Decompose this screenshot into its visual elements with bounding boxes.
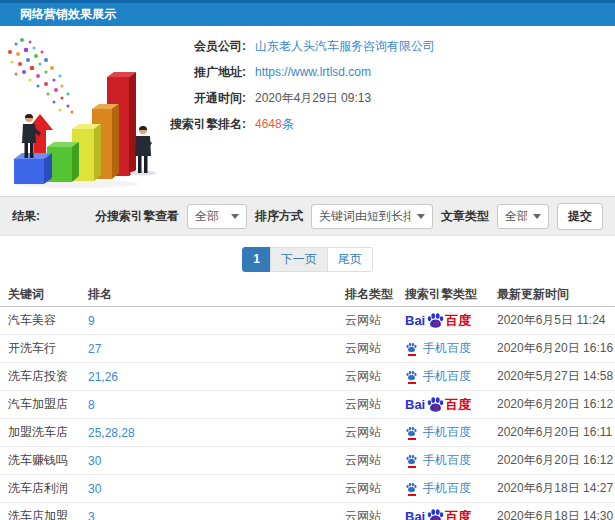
filter-bar: 结果: 分搜索引擎查看 全部 排序方式 关键词由短到长排序 文章类型 全部 提交 <box>0 196 615 236</box>
keyword-cell: 洗车赚钱吗 <box>8 452 88 469</box>
keyword-cell: 开洗车行 <box>8 340 88 357</box>
article-type-select[interactable]: 全部 <box>497 204 549 229</box>
col-rank: 排名 <box>88 286 345 303</box>
updated-cell: 2020年6月20日 16:12 <box>497 396 615 413</box>
engine-cell: Bai du 百度 手机百度 <box>405 312 497 330</box>
updated-cell: 2020年6月20日 16:11 <box>497 424 615 441</box>
baidu-logo: Bai du 百度 <box>405 312 471 330</box>
mobile-baidu-icon: 手机百度 <box>405 480 471 497</box>
table-row: 洗车店利润 30 云网站 Bai du 百度 手机百度 2020年6月18日 1… <box>0 475 615 503</box>
mobile-baidu-icon: 手机百度 <box>405 424 471 441</box>
page-1-button[interactable]: 1 <box>242 247 271 272</box>
mobile-paw-icon <box>405 342 418 356</box>
col-rank-type: 排名类型 <box>345 286 405 303</box>
keyword-cell: 汽车美容 <box>8 312 88 329</box>
updated-cell: 2020年6月5日 11:24 <box>497 312 615 329</box>
info-row-company: 会员公司: 山东老人头汽车服务咨询有限公司 <box>0 38 615 54</box>
keyword-cell: 洗车店加盟 <box>8 508 88 520</box>
caret-down-icon <box>417 214 425 219</box>
rank-link[interactable]: 27 <box>88 342 345 356</box>
updated-cell: 2020年5月27日 14:58 <box>497 368 615 385</box>
sort-select[interactable]: 关键词由短到长排序 <box>311 204 433 229</box>
keyword-cell: 汽车加盟店 <box>8 396 88 413</box>
table-row: 洗车店投资 21,26 云网站 Bai du 百度 手机百度 2020年5月27… <box>0 363 615 391</box>
company-info-panel: 会员公司: 山东老人头汽车服务咨询有限公司 推广地址: https://www.… <box>0 38 615 142</box>
rank-link[interactable]: 21,26 <box>88 370 345 384</box>
table-row: 加盟洗车店 25,28,28 云网站 Bai du 百度 手机百度 2020年6… <box>0 419 615 447</box>
keyword-cell: 加盟洗车店 <box>8 424 88 441</box>
last-page-button[interactable]: 尾页 <box>327 247 373 272</box>
updated-cell: 2020年6月18日 14:30 <box>497 508 615 520</box>
info-row-engine-rank: 搜索引擎排名: 4648 条 <box>0 116 615 132</box>
header-bar: 网络营销效果展示 <box>0 0 615 26</box>
filter-controls: 分搜索引擎查看 全部 排序方式 关键词由短到长排序 文章类型 全部 提交 <box>95 203 603 230</box>
rank-type-cell: 云网站 <box>345 340 405 357</box>
col-engine-type: 搜索引擎类型 <box>405 286 497 303</box>
engine-rank-label: 搜索引擎排名: <box>0 116 246 133</box>
rank-link[interactable]: 3 <box>88 510 345 520</box>
baidu-paw-icon: du <box>426 312 445 329</box>
engine-view-select[interactable]: 全部 <box>187 204 247 229</box>
url-label: 推广地址: <box>0 64 246 81</box>
engine-cell: Bai du 百度 手机百度 <box>405 340 497 357</box>
engine-cell: Bai du 百度 手机百度 <box>405 396 497 414</box>
rank-link[interactable]: 8 <box>88 398 345 412</box>
keyword-cell: 洗车店投资 <box>8 368 88 385</box>
table-row: 洗车赚钱吗 30 云网站 Bai du 百度 手机百度 2020年6月20日 1… <box>0 447 615 475</box>
engine-rank-unit: 条 <box>282 116 294 133</box>
table-row: 洗车店加盟 3 云网站 Bai du 百度 手机百度 2020年6月18日 14… <box>0 503 615 520</box>
info-row-open-time: 开通时间: 2020年4月29日 09:13 <box>0 90 615 106</box>
updated-cell: 2020年6月18日 14:27 <box>497 480 615 497</box>
baidu-logo: Bai du 百度 <box>405 396 471 414</box>
baidu-paw-icon: du <box>426 508 445 520</box>
next-page-button[interactable]: 下一页 <box>270 247 328 272</box>
table-header-row: 关键词 排名 排名类型 搜索引擎类型 最新更新时间 <box>0 282 615 307</box>
mobile-baidu-icon: 手机百度 <box>405 340 471 357</box>
rank-link[interactable]: 9 <box>88 314 345 328</box>
mobile-baidu-icon: 手机百度 <box>405 452 471 469</box>
engine-cell: Bai du 百度 手机百度 <box>405 424 497 441</box>
engine-cell: Bai du 百度 手机百度 <box>405 368 497 385</box>
col-keyword: 关键词 <box>8 286 88 303</box>
table-row: 汽车美容 9 云网站 Bai du 百度 手机百度 2020年6月5日 11:2… <box>0 307 615 335</box>
pagination: 1 下一页 尾页 <box>0 247 615 272</box>
rank-type-cell: 云网站 <box>345 508 405 520</box>
rank-link[interactable]: 30 <box>88 482 345 496</box>
marketing-dashboard: 网络营销效果展示 <box>0 0 615 520</box>
caret-down-icon <box>533 214 541 219</box>
mobile-paw-icon <box>405 482 418 496</box>
rank-type-cell: 云网站 <box>345 368 405 385</box>
engine-cell: Bai du 百度 手机百度 <box>405 452 497 469</box>
company-link[interactable]: 山东老人头汽车服务咨询有限公司 <box>255 38 435 55</box>
table-row: 汽车加盟店 8 云网站 Bai du 百度 手机百度 2020年6月20日 16… <box>0 391 615 419</box>
rank-link[interactable]: 25,28,28 <box>88 426 345 440</box>
promotion-url-link[interactable]: https://www.lrtlsd.com <box>255 65 371 79</box>
info-row-url: 推广地址: https://www.lrtlsd.com <box>0 64 615 80</box>
rank-link[interactable]: 30 <box>88 454 345 468</box>
baidu-paw-icon: du <box>426 396 445 413</box>
mobile-paw-icon <box>405 370 418 384</box>
rank-type-cell: 云网站 <box>345 480 405 497</box>
table-row: 开洗车行 27 云网站 Bai du 百度 手机百度 2020年6月20日 16… <box>0 335 615 363</box>
mobile-paw-icon <box>405 454 418 468</box>
engine-view-label: 分搜索引擎查看 <box>95 208 179 225</box>
open-time-label: 开通时间: <box>0 90 246 107</box>
company-label: 会员公司: <box>0 38 246 55</box>
page-title: 网络营销效果展示 <box>20 7 116 21</box>
mobile-baidu-icon: 手机百度 <box>405 368 471 385</box>
keyword-ranking-table: 关键词 排名 排名类型 搜索引擎类型 最新更新时间 汽车美容 9 云网站 Bai… <box>0 282 615 520</box>
submit-button[interactable]: 提交 <box>557 203 603 230</box>
keyword-cell: 洗车店利润 <box>8 480 88 497</box>
engine-cell: Bai du 百度 手机百度 <box>405 480 497 497</box>
rank-type-cell: 云网站 <box>345 424 405 441</box>
updated-cell: 2020年6月20日 16:16 <box>497 340 615 357</box>
sort-label: 排序方式 <box>255 208 303 225</box>
open-time-value: 2020年4月29日 09:13 <box>255 90 371 107</box>
updated-cell: 2020年6月20日 16:12 <box>497 452 615 469</box>
rank-type-cell: 云网站 <box>345 396 405 413</box>
article-type-label: 文章类型 <box>441 208 489 225</box>
engine-rank-count: 4648 <box>255 117 282 131</box>
result-label: 结果: <box>12 208 40 225</box>
rank-type-cell: 云网站 <box>345 452 405 469</box>
baidu-logo: Bai du 百度 <box>405 508 471 520</box>
